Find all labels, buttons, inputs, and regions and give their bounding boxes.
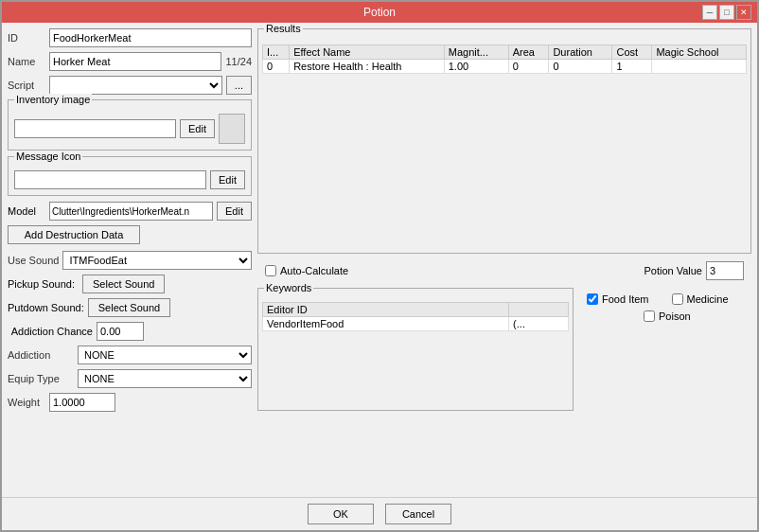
pickup-sound-row: Pickup Sound: Select Sound (8, 275, 252, 293)
titlebar: Potion ─ □ ✕ (2, 2, 757, 23)
message-icon-area: Edit (14, 170, 245, 189)
medicine-label: Medicine (687, 293, 729, 305)
cancel-button[interactable]: Cancel (385, 504, 451, 524)
addiction-chance-input[interactable] (97, 322, 144, 341)
col-index: I... (263, 45, 290, 60)
ok-button[interactable]: OK (308, 504, 374, 524)
name-count: 11/24 (225, 56, 252, 67)
medicine-row: Medicine (672, 293, 729, 305)
model-edit-button[interactable]: Edit (217, 202, 252, 221)
auto-calculate-checkbox[interactable] (265, 265, 276, 276)
name-row: Name 11/24 (8, 52, 252, 71)
cell-magic-school (652, 60, 747, 74)
right-panel: Results I... Effect Name Magnit... Area … (257, 28, 751, 491)
id-input[interactable] (49, 28, 252, 47)
close-button[interactable]: ✕ (736, 5, 751, 20)
main-content: ID Name 11/24 Script ... Inventory image (2, 23, 757, 497)
keyword-row[interactable]: VendorItemFood (... (263, 316, 569, 330)
script-label: Script (8, 80, 45, 91)
kw-editor-id: VendorItemFood (263, 316, 509, 330)
script-dropdown[interactable] (49, 76, 222, 95)
message-icon-edit-button[interactable]: Edit (210, 170, 245, 189)
script-browse-button[interactable]: ... (226, 76, 252, 95)
minimize-button[interactable]: ─ (702, 5, 717, 20)
use-sound-row: Use Sound ITMFoodEat (8, 251, 252, 270)
col-duration: Duration (549, 45, 612, 60)
putdown-sound-button[interactable]: Select Sound (88, 298, 170, 317)
keywords-area: Keywords Editor ID VendorItemFood (257, 288, 574, 492)
col-magic-school: Magic School (652, 45, 747, 60)
weight-input[interactable] (49, 393, 115, 412)
kw-col-value (509, 302, 569, 316)
cell-area: 0 (508, 60, 549, 74)
main-window: Potion ─ □ ✕ ID Name 11/24 Script (0, 0, 759, 532)
addiction-dropdown[interactable]: NONE (78, 346, 252, 364)
inventory-image-input[interactable] (14, 119, 176, 138)
col-magnitude: Magnit... (444, 45, 508, 60)
titlebar-controls: ─ □ ✕ (702, 5, 751, 20)
col-cost: Cost (612, 45, 652, 60)
poison-checkbox[interactable] (644, 310, 655, 322)
cell-cost: 1 (612, 60, 652, 74)
model-label: Model (8, 205, 45, 217)
cell-duration: 0 (549, 60, 612, 74)
auto-calculate-row: Auto-Calculate (265, 265, 348, 276)
potion-value-row: Potion Value (644, 261, 744, 280)
keywords-table: Editor ID VendorItemFood (... (262, 302, 569, 331)
pickup-sound-button[interactable]: Select Sound (82, 275, 165, 293)
table-row[interactable]: 0 Restore Health : Health 1.00 0 0 1 (263, 60, 747, 74)
id-row: ID (8, 28, 252, 47)
results-label: Results (264, 23, 303, 34)
inventory-image-preview (219, 114, 245, 144)
results-bottom-bar: Auto-Calculate Potion Value (257, 257, 751, 284)
model-row: Model Edit (8, 202, 252, 221)
results-group: Results I... Effect Name Magnit... Area … (257, 28, 751, 254)
putdown-sound-label: Putdown Sound: (8, 302, 84, 313)
results-table: I... Effect Name Magnit... Area Duration… (262, 44, 747, 74)
weight-label: Weight (8, 397, 45, 408)
potion-value-input[interactable] (706, 261, 744, 280)
add-destruction-button[interactable]: Add Destruction Data (8, 225, 140, 244)
kw-col-editor-id: Editor ID (263, 302, 509, 316)
maximize-button[interactable]: □ (719, 5, 734, 20)
keywords-checkboxes-area: Keywords Editor ID VendorItemFood (257, 288, 751, 492)
window-title: Potion (57, 6, 702, 19)
inventory-image-area: Edit (14, 114, 245, 144)
inventory-edit-button[interactable]: Edit (180, 119, 215, 138)
poison-label: Poison (659, 310, 691, 322)
message-icon-label: Message Icon (14, 151, 82, 162)
kw-value: (... (509, 316, 569, 330)
weight-row: Weight (8, 393, 252, 412)
use-sound-dropdown[interactable]: ITMFoodEat (62, 251, 252, 270)
checkboxes-panel: Food Item Medicine Poison (581, 288, 751, 492)
addiction-label: Addiction (8, 349, 74, 361)
putdown-sound-row: Putdown Sound: Select Sound (8, 298, 252, 317)
name-label: Name (8, 56, 45, 67)
equip-type-label: Equip Type (8, 373, 74, 384)
equip-type-dropdown[interactable]: NONE (78, 369, 252, 388)
message-icon-group: Message Icon Edit (8, 156, 252, 196)
addiction-row: Addiction NONE (8, 346, 252, 364)
auto-calculate-label: Auto-Calculate (280, 265, 348, 276)
keywords-group: Keywords Editor ID VendorItemFood (257, 288, 574, 411)
cell-effect-name: Restore Health : Health (290, 60, 445, 74)
name-input[interactable] (49, 52, 221, 71)
food-item-row: Food Item Medicine (587, 293, 746, 305)
equip-type-row: Equip Type NONE (8, 369, 252, 388)
script-row: Script ... (8, 76, 252, 95)
use-sound-label: Use Sound (8, 255, 59, 266)
left-panel: ID Name 11/24 Script ... Inventory image (8, 28, 252, 491)
food-item-label: Food Item (602, 293, 649, 305)
add-destruction-container: Add Destruction Data (8, 225, 252, 244)
potion-value-label: Potion Value (644, 265, 702, 276)
cell-index: 0 (263, 60, 290, 74)
model-input[interactable] (49, 202, 213, 221)
medicine-checkbox[interactable] (672, 293, 683, 305)
id-label: ID (8, 32, 45, 44)
keywords-label: Keywords (264, 282, 313, 293)
inventory-image-label: Inventory image (14, 94, 92, 105)
food-item-checkbox[interactable] (587, 293, 598, 305)
addiction-chance-row: Addiction Chance (8, 322, 252, 341)
message-icon-input[interactable] (14, 170, 206, 189)
addiction-chance-label: Addiction Chance (8, 326, 93, 337)
